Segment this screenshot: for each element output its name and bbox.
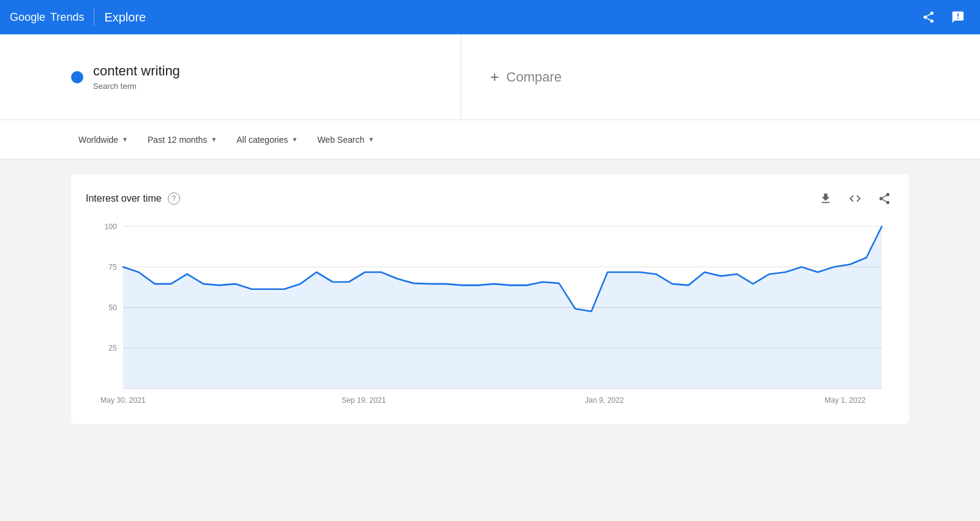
card-header: Interest over time ? <box>86 189 894 208</box>
explore-label: Explore <box>104 10 146 25</box>
header-actions <box>916 5 970 29</box>
share-chart-icon <box>878 192 891 205</box>
search-type-filter[interactable]: Web Search ▼ <box>310 130 382 150</box>
search-term-box: content writing Search term <box>71 34 461 120</box>
compare-plus-icon: + <box>491 69 499 86</box>
share-icon <box>922 10 935 24</box>
header-divider <box>94 9 94 26</box>
trend-chart: 100 75 50 25 May 30, 2021 Sep 19, 2021 J… <box>86 213 894 409</box>
category-filter[interactable]: All categories ▼ <box>229 130 305 150</box>
chart-container: 100 75 50 25 May 30, 2021 Sep 19, 2021 J… <box>86 213 894 409</box>
y-label-50: 50 <box>108 303 117 312</box>
download-icon <box>819 192 832 205</box>
x-label-jan2022: Jan 9, 2022 <box>585 396 624 405</box>
time-range-filter-label: Past 12 months <box>148 135 207 145</box>
filters-bar: Worldwide ▼ Past 12 months ▼ All categor… <box>0 120 980 159</box>
search-area: content writing Search term + Compare <box>0 34 980 120</box>
search-type-chevron-icon: ▼ <box>368 136 374 143</box>
logo-google: Google <box>10 11 45 24</box>
compare-label: Compare <box>507 69 562 85</box>
compare-box[interactable]: + Compare <box>461 34 910 120</box>
card-title-area: Interest over time ? <box>86 192 180 205</box>
logo-trends: Trends <box>50 11 84 24</box>
embed-icon <box>848 192 862 205</box>
help-icon[interactable]: ? <box>168 192 180 205</box>
x-label-may2022: May 1, 2022 <box>824 396 865 405</box>
share-button[interactable] <box>916 5 941 29</box>
logo: Google Trends <box>10 11 84 24</box>
embed-button[interactable] <box>845 189 865 208</box>
share-chart-button[interactable] <box>875 189 894 208</box>
y-label-100: 100 <box>104 222 116 230</box>
search-type-filter-label: Web Search <box>317 135 364 145</box>
location-filter-label: Worldwide <box>78 135 118 145</box>
main-content: Interest over time ? <box>0 159 980 449</box>
search-term-main: content writing <box>93 63 180 79</box>
search-term-dot <box>71 71 83 83</box>
x-label-sep2021: Sep 19, 2021 <box>342 396 386 405</box>
card-actions <box>816 189 894 208</box>
app-header: Google Trends Explore <box>0 0 980 34</box>
feedback-icon <box>951 10 965 24</box>
category-chevron-icon: ▼ <box>292 136 298 143</box>
time-range-chevron-icon: ▼ <box>211 136 217 143</box>
download-button[interactable] <box>816 189 835 208</box>
x-label-may2021: May 30, 2021 <box>100 396 146 405</box>
search-term-type: Search term <box>93 82 180 91</box>
time-range-filter[interactable]: Past 12 months ▼ <box>140 130 224 150</box>
y-label-75: 75 <box>108 262 117 271</box>
interest-over-time-card: Interest over time ? <box>71 174 909 424</box>
y-label-25: 25 <box>108 344 117 352</box>
search-term-text: content writing Search term <box>93 63 180 91</box>
location-chevron-icon: ▼ <box>122 136 128 143</box>
feedback-button[interactable] <box>946 5 970 29</box>
category-filter-label: All categories <box>236 135 288 145</box>
card-title: Interest over time <box>86 193 162 204</box>
location-filter[interactable]: Worldwide ▼ <box>71 130 135 150</box>
trend-area <box>123 226 882 389</box>
